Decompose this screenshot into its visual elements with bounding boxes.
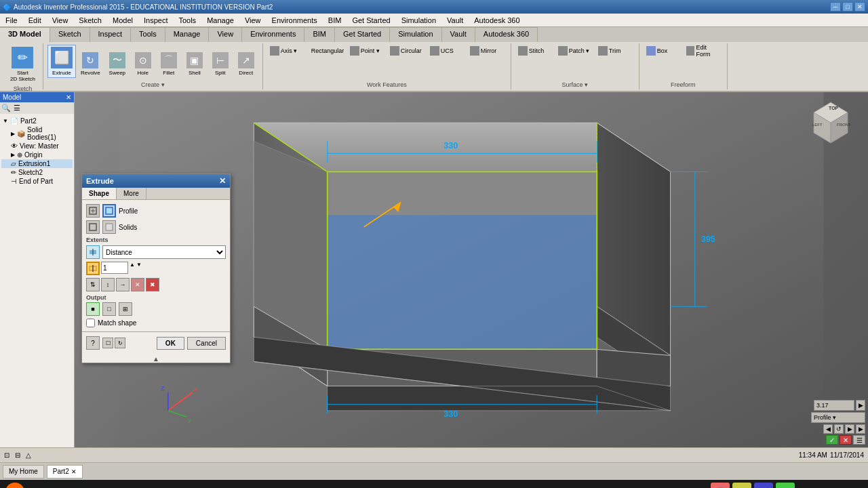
profile-dropdown[interactable]: Profile ▾ <box>811 412 865 423</box>
tab-simulation[interactable]: Simulation <box>390 27 441 42</box>
nav-expand2-btn[interactable]: ▶ <box>856 424 865 434</box>
dialog-tab-shape[interactable]: Shape <box>82 188 117 199</box>
minimize-button[interactable]: ─ <box>830 2 841 12</box>
taskbar-screencast-icon[interactable]: 📹 <box>754 483 773 488</box>
direct-button[interactable]: ↗ Direct <box>234 50 258 78</box>
menu-file[interactable]: File <box>0 15 23 26</box>
menu-simulation[interactable]: Simulation <box>396 15 441 26</box>
nav-right-btn[interactable]: ▶ <box>845 424 854 434</box>
extent-symmetric-btn[interactable]: ⇅ <box>86 278 100 291</box>
dialog-titlebar[interactable]: Extrude ✕ <box>82 174 230 188</box>
dialog-tab-more[interactable]: More <box>117 188 146 199</box>
sweep-button[interactable]: 〜 Sweep <box>105 50 130 78</box>
circular-button[interactable]: Circular <box>387 45 427 57</box>
profile-select-button[interactable] <box>86 204 100 218</box>
tab-manage[interactable]: Manage <box>165 27 210 42</box>
hole-button[interactable]: ⊙ Hole <box>131 50 155 78</box>
tree-part2[interactable]: ▼ 📄 Part2 <box>1 117 73 125</box>
ok-button[interactable]: OK <box>157 337 184 350</box>
extents-down-arrow[interactable]: ▼ <box>136 262 142 275</box>
reject-button[interactable]: ✕ <box>840 435 852 445</box>
extent-join-btn[interactable]: ✖ <box>146 278 159 291</box>
tab-vault[interactable]: Vault <box>442 27 475 42</box>
tab-bim[interactable]: BIM <box>304 27 335 42</box>
tab-tools[interactable]: Tools <box>131 27 165 42</box>
match-shape-checkbox[interactable] <box>86 319 95 327</box>
extents-dir-icon[interactable] <box>86 262 100 275</box>
tree-solid-bodies[interactable]: ▶ 📦 Solid Bodies(1) <box>1 125 73 142</box>
mirror-button[interactable]: Mirror <box>467 45 507 57</box>
nav-left-btn[interactable]: ◀ <box>823 424 833 434</box>
search-icon[interactable]: 🔍 <box>1 104 11 113</box>
revolve-button[interactable]: ↻ Revolve <box>77 50 104 78</box>
extents-dropdown[interactable]: Distance To To Next Through All Between <box>102 245 226 259</box>
taskbar-part2[interactable]: Part2 ✕ <box>47 465 83 479</box>
menu-environments[interactable]: Environments <box>267 15 323 26</box>
rectangular-button[interactable]: Rectangular <box>307 45 347 57</box>
shell-button[interactable]: ▣ Shell <box>182 50 207 78</box>
sketch-stitch-btn[interactable]: Stitch <box>515 45 555 57</box>
menu-manage[interactable]: Manage <box>201 15 239 26</box>
dialog-expand-arrow[interactable]: ▲ <box>82 355 230 363</box>
extrude-button[interactable]: ⬜ Extrude <box>47 45 76 78</box>
tree-sketch2[interactable]: ✏ Sketch2 <box>1 168 73 177</box>
filter-icon[interactable]: ☰ <box>14 104 20 113</box>
taskbar-browser-icon[interactable]: 🌐 <box>711 483 730 488</box>
output-surface-btn[interactable]: □ <box>102 302 116 316</box>
extents-icon[interactable] <box>86 245 100 259</box>
menu-sketch[interactable]: Sketch <box>73 15 107 26</box>
menu-view2[interactable]: View <box>239 15 267 26</box>
help-button[interactable]: ? <box>86 336 100 350</box>
menu-model[interactable]: Model <box>107 15 138 26</box>
menu-inspect[interactable]: Inspect <box>138 15 173 26</box>
menu-autodesk360[interactable]: Autodesk 360 <box>469 15 525 26</box>
accept-button[interactable]: ✓ <box>826 435 838 445</box>
menu-view[interactable]: View <box>47 15 74 26</box>
tab-view[interactable]: View <box>209 27 242 42</box>
menu-edit[interactable]: Edit <box>23 15 47 26</box>
more-options-button[interactable]: ☰ <box>853 435 865 445</box>
nav-expand-button[interactable]: ▶ <box>856 400 865 411</box>
tab-environments[interactable]: Environments <box>242 27 304 42</box>
tree-view-master[interactable]: 👁 View: Master <box>1 142 73 150</box>
nav-rotate-btn[interactable]: ↺ <box>834 424 844 434</box>
tree-extrusion1[interactable]: ▱ Extrusion1 <box>1 159 73 168</box>
view-cube[interactable]: TOP LEFT FRONT <box>807 99 854 146</box>
point-button[interactable]: Point ▾ <box>347 45 387 57</box>
solids-select-button[interactable] <box>86 220 100 234</box>
footer-icon2[interactable]: ↻ <box>115 338 125 348</box>
tree-end-of-part[interactable]: ⊣ End of Part <box>1 177 73 186</box>
panel-close-icon[interactable]: ✕ <box>66 94 71 101</box>
start-2d-sketch-button[interactable]: ✏ Start 2D Sketch <box>7 45 39 84</box>
tab-sketch[interactable]: Sketch <box>50 27 90 42</box>
output-new-solid-btn[interactable]: ⊞ <box>119 302 132 316</box>
menu-tools[interactable]: Tools <box>173 15 201 26</box>
tab-inspect[interactable]: Inspect <box>90 27 131 42</box>
tab-getstarted[interactable]: Get Started <box>335 27 390 42</box>
menu-get-started[interactable]: Get Started <box>347 15 395 26</box>
menu-bim[interactable]: BIM <box>323 15 347 26</box>
taskbar-java-icon[interactable]: ☕ <box>732 483 751 488</box>
edit-form-button[interactable]: Edit Form <box>684 45 723 57</box>
axis-button[interactable]: Axis ▾ <box>267 45 307 57</box>
extent-cut-btn[interactable]: ✕ <box>131 278 144 291</box>
close-button[interactable]: ✕ <box>854 2 865 12</box>
extents-up-arrow[interactable]: ▲ <box>130 262 135 275</box>
3d-viewport[interactable]: 395 330 330 X Y Z <box>75 92 868 447</box>
menu-vault[interactable]: Vault <box>441 15 469 26</box>
ucs-button[interactable]: UCS <box>427 45 467 57</box>
maximize-button[interactable]: □ <box>842 2 853 12</box>
tree-origin[interactable]: ▶ ⊕ Origin <box>1 150 73 159</box>
patch-button[interactable]: Patch ▾ <box>555 45 595 57</box>
extent-one-dir-btn[interactable]: → <box>116 278 130 291</box>
taskbar-windows-icon[interactable]: ⊞ <box>776 483 795 488</box>
output-solid-btn[interactable]: ■ <box>86 302 100 316</box>
trim-button[interactable]: Trim <box>595 45 635 57</box>
box-button[interactable]: Box <box>644 45 683 57</box>
taskbar-home[interactable]: My Home <box>3 465 44 479</box>
dialog-close-icon[interactable]: ✕ <box>219 176 226 186</box>
footer-icon1[interactable]: ☐ <box>102 338 113 348</box>
extent-flip-btn[interactable]: ↕ <box>101 278 115 291</box>
fillet-button[interactable]: ⌒ Fillet <box>157 50 181 78</box>
tab-3dmodel[interactable]: 3D Model <box>0 27 50 42</box>
